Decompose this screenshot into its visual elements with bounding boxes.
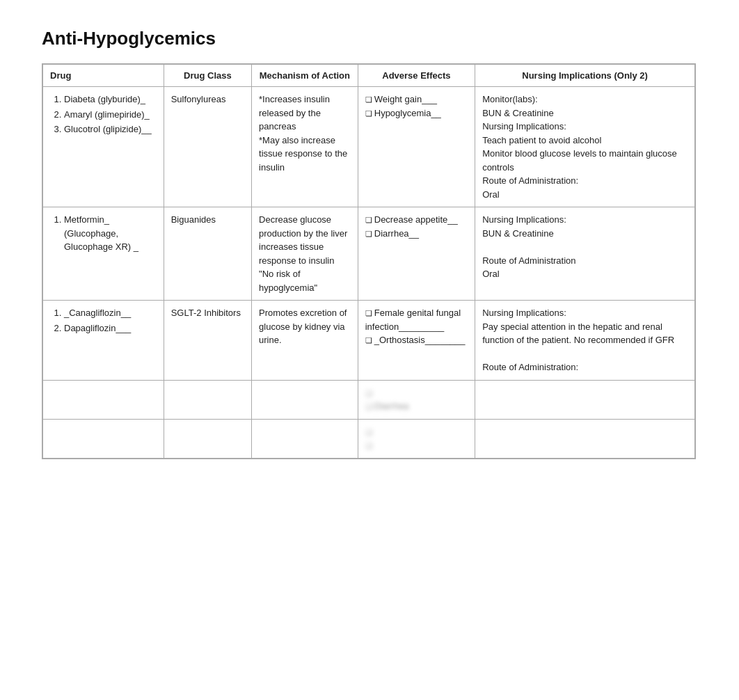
mechanism-cell-4 [252, 419, 358, 458]
drug-list-item: Dapagliflozin___ [64, 321, 157, 335]
mechanism-cell-0: *Increases insulin released by the pancr… [252, 87, 358, 207]
table-row: Diarrhea [43, 380, 695, 419]
nursing-cell-1: Nursing Implications:BUN & CreatinineRou… [475, 207, 695, 301]
col-header-class: Drug Class [164, 65, 251, 87]
class-cell-2: SGLT-2 Inhibitors [164, 301, 251, 381]
col-header-nursing: Nursing Implications (Only 2) [475, 65, 695, 87]
adverse-item: Decrease appetite__ [365, 213, 468, 227]
adverse-item [365, 425, 468, 439]
adverse-item: Female genital fungal infection_________ [365, 306, 468, 333]
table-row: Metformin_ (Glucophage, Glucophage XR) _… [43, 207, 695, 301]
nursing-cell-2: Nursing Implications:Pay special attenti… [475, 301, 695, 381]
adverse-cell-1: Decrease appetite__Diarrhea__ [358, 207, 475, 301]
drug-list-item: Glucotrol (glipizide)__ [64, 122, 157, 136]
drug-cell-4 [43, 419, 164, 458]
main-table-wrapper: Drug Drug Class Mechanism of Action Adve… [42, 63, 696, 459]
nursing-cell-4 [475, 419, 695, 458]
mechanism-cell-3 [252, 380, 358, 419]
adverse-cell-0: Weight gain___Hypoglycemia__ [358, 87, 475, 207]
adverse-cell-3: Diarrhea [358, 380, 475, 419]
mechanism-cell-1: Decrease glucose production by the liver… [252, 207, 358, 301]
drug-table: Drug Drug Class Mechanism of Action Adve… [42, 64, 695, 459]
col-header-drug: Drug [43, 65, 164, 87]
adverse-item [365, 438, 468, 452]
adverse-cell-2: Female genital fungal infection_________… [358, 301, 475, 381]
drug-cell-1: Metformin_ (Glucophage, Glucophage XR) _ [43, 207, 164, 301]
col-header-adverse: Adverse Effects [358, 65, 475, 87]
drug-cell-3 [43, 380, 164, 419]
drug-list-item: Metformin_ (Glucophage, Glucophage XR) _ [64, 213, 157, 254]
mechanism-cell-2: Promotes excretion of glucose by kidney … [252, 301, 358, 381]
adverse-item: Hypoglycemia__ [365, 106, 468, 120]
class-cell-1: Biguanides [164, 207, 251, 301]
adverse-item: Diarrhea__ [365, 227, 468, 241]
col-header-mechanism: Mechanism of Action [252, 65, 358, 87]
nursing-extra: Route of Administration: [482, 362, 578, 372]
nursing-cell-3 [475, 380, 695, 419]
adverse-item: Weight gain___ [365, 93, 468, 106]
page-title: Anti-Hypoglycemics [42, 28, 697, 49]
adverse-cell-4 [358, 419, 475, 458]
class-cell-3 [164, 380, 251, 419]
class-cell-4 [164, 419, 251, 458]
class-cell-0: Sulfonylureas [164, 87, 251, 207]
adverse-item: Diarrhea [365, 399, 468, 413]
adverse-item [365, 386, 468, 400]
table-row [43, 419, 695, 458]
drug-list-item: _Canagliflozin__ [64, 306, 157, 320]
drug-list-item: Amaryl (glimepiride)_ [64, 108, 157, 122]
nursing-cell-0: Monitor(labs):BUN & CreatinineNursing Im… [475, 87, 695, 207]
table-row: Diabeta (glyburide)_Amaryl (glimepiride)… [43, 87, 695, 207]
adverse-item: _Orthostasis________ [365, 333, 468, 347]
table-row: _Canagliflozin__Dapagliflozin___SGLT-2 I… [43, 301, 695, 381]
drug-cell-2: _Canagliflozin__Dapagliflozin___ [43, 301, 164, 381]
drug-cell-0: Diabeta (glyburide)_Amaryl (glimepiride)… [43, 87, 164, 207]
drug-list-item: Diabeta (glyburide)_ [64, 93, 157, 106]
